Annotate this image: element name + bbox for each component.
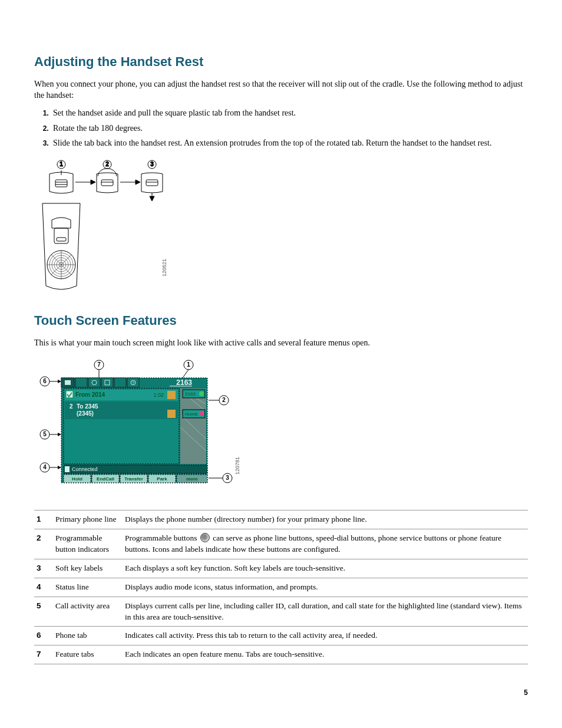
svg-text:Transfer: Transfer bbox=[124, 476, 143, 482]
svg-rect-60 bbox=[101, 378, 113, 387]
table-row: 1 Primary phone line Displays the phone … bbox=[34, 510, 528, 529]
table-row: 3 Soft key labels Each displays a soft k… bbox=[34, 559, 528, 578]
programmable-desc: Programmable buttons can serve as phone … bbox=[123, 529, 528, 559]
svg-rect-59 bbox=[88, 378, 100, 387]
heading-adjusting-handset-rest: Adjusting the Handset Rest bbox=[34, 53, 528, 71]
table-row: 4 Status line Displays audio mode icons,… bbox=[34, 578, 528, 597]
heading-touch-screen-features: Touch Screen Features bbox=[34, 312, 528, 330]
table-row: 7 Feature tabs Each indicates an open fe… bbox=[34, 645, 528, 664]
svg-text:From 2014: From 2014 bbox=[75, 391, 105, 398]
svg-text:3: 3 bbox=[150, 161, 154, 167]
svg-line-37 bbox=[183, 370, 189, 378]
programmable-button-icon bbox=[200, 533, 210, 542]
figure-id-2: 120781 bbox=[234, 457, 240, 475]
intro-paragraph-2: This is what your main touch screen migh… bbox=[34, 337, 528, 349]
svg-text:more: more bbox=[186, 476, 198, 482]
svg-rect-12 bbox=[101, 180, 113, 186]
svg-text:1:02: 1:02 bbox=[153, 392, 164, 398]
svg-text:Connected: Connected bbox=[72, 466, 98, 472]
svg-text:7: 7 bbox=[97, 361, 101, 368]
screen-primary-line: 2163 bbox=[176, 378, 192, 387]
step-2: Rotate the tab 180 degrees. bbox=[51, 123, 528, 134]
table-row: 2 Programmable button indicators Program… bbox=[34, 529, 528, 559]
svg-text:2: 2 bbox=[70, 403, 73, 410]
figure-handset-rest: 1 2 3 12 bbox=[34, 159, 528, 294]
svg-marker-49 bbox=[58, 466, 61, 469]
figure-id-1: 120521 bbox=[161, 259, 167, 276]
svg-text:2163: 2163 bbox=[185, 391, 196, 397]
svg-text:Hold: Hold bbox=[72, 476, 82, 482]
table-row: 6 Phone tab Indicates call activity. Pre… bbox=[34, 627, 528, 645]
svg-rect-79 bbox=[167, 410, 176, 418]
figure-touch-screen: 7 1 6 5 4 2 3 ? 2163 From 2014 1:02 2 bbox=[34, 357, 528, 492]
page-number: 5 bbox=[34, 688, 528, 698]
svg-rect-92 bbox=[65, 466, 70, 472]
svg-text:1: 1 bbox=[59, 161, 63, 167]
svg-rect-80 bbox=[180, 388, 206, 464]
svg-marker-45 bbox=[58, 433, 61, 436]
svg-text:5: 5 bbox=[43, 431, 47, 437]
svg-rect-74 bbox=[167, 391, 176, 399]
svg-text:(2345): (2345) bbox=[77, 410, 94, 417]
svg-point-87 bbox=[199, 391, 204, 396]
steps-list: Set the handset aside and pull the squar… bbox=[34, 107, 528, 149]
svg-text:2: 2 bbox=[222, 397, 226, 403]
step-3: Slide the tab back into the handset rest… bbox=[51, 137, 528, 149]
svg-text:1: 1 bbox=[187, 361, 190, 368]
svg-rect-63 bbox=[65, 380, 71, 385]
svg-rect-58 bbox=[75, 378, 87, 387]
svg-rect-71 bbox=[66, 391, 73, 398]
svg-text:3: 3 bbox=[226, 475, 229, 481]
svg-text:4: 4 bbox=[43, 464, 47, 470]
svg-marker-41 bbox=[58, 380, 61, 383]
svg-marker-15 bbox=[135, 180, 140, 185]
svg-rect-21 bbox=[57, 238, 66, 241]
svg-marker-19 bbox=[150, 196, 154, 201]
step-1: Set the handset aside and pull the squar… bbox=[51, 107, 528, 119]
svg-text:2: 2 bbox=[105, 161, 109, 167]
features-table: 1 Primary phone line Displays the phone … bbox=[34, 510, 528, 664]
svg-text:Park: Park bbox=[157, 476, 167, 482]
svg-text:To 2345: To 2345 bbox=[77, 403, 98, 410]
table-row: 5 Call activity area Displays current ca… bbox=[34, 597, 528, 627]
svg-rect-16 bbox=[146, 180, 158, 186]
svg-text:EndCall: EndCall bbox=[97, 476, 114, 482]
svg-text:6: 6 bbox=[43, 378, 47, 384]
svg-rect-6 bbox=[55, 180, 67, 187]
svg-rect-90 bbox=[199, 411, 204, 416]
intro-paragraph-1: When you connect your phone, you can adj… bbox=[34, 78, 528, 101]
svg-marker-11 bbox=[91, 180, 95, 185]
svg-text:?: ? bbox=[132, 381, 134, 385]
svg-rect-61 bbox=[114, 378, 126, 387]
svg-text:Home: Home bbox=[185, 411, 198, 417]
